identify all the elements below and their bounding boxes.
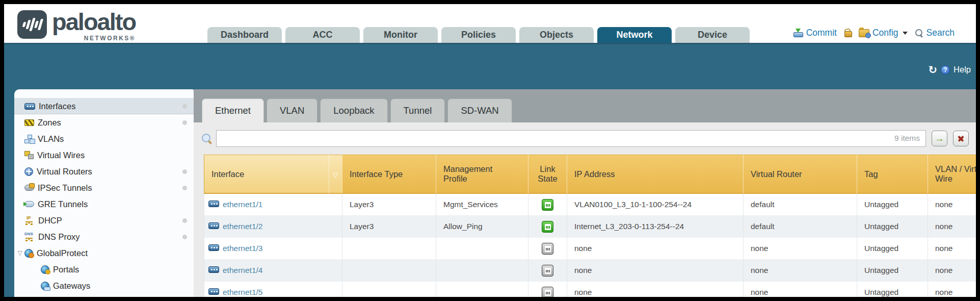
apply-filter-button[interactable] [932, 131, 947, 146]
tag-cell: Untagged [857, 194, 928, 216]
tab-sd-wan[interactable]: SD-WAN [447, 98, 512, 122]
nav-tab-policies[interactable]: Policies [441, 27, 516, 43]
interface-link[interactable]: ethernet1/1 [223, 200, 262, 209]
status-dot [182, 235, 187, 239]
vlan-virtual-wire-cell: none [928, 260, 976, 282]
sidebar-item-interfaces[interactable]: ▽ Interfaces [14, 98, 194, 114]
commit-button[interactable]: Commit [793, 28, 837, 38]
column-header-type[interactable]: Interface Type [342, 155, 436, 194]
tab-vlan[interactable]: VLAN [267, 98, 317, 122]
link-state-cell [528, 260, 567, 282]
sidebar-item-dns-proxy[interactable]: ▽ DNS Proxy [14, 229, 194, 245]
sidebar-item-zones[interactable]: ▽ Zones [14, 114, 194, 131]
red-x-icon [957, 135, 965, 142]
tag-cell: Untagged [857, 238, 928, 260]
help-label[interactable]: Help [953, 65, 971, 74]
ethernet-interface-icon [208, 288, 219, 295]
vlan-virtual-wire-cell: none [928, 238, 976, 260]
header-actions: Commit Config Search [793, 28, 955, 38]
content-pane: EthernetVLANLoopbackTunnelSD-WAN 9 items [194, 89, 976, 297]
sidebar-item-virtual-routers[interactable]: ▽ Virtual Routers [14, 163, 194, 180]
interface-link[interactable]: ethernet1/4 [223, 266, 262, 274]
filter-search-icon[interactable] [202, 134, 212, 144]
gre-tunnels-icon [24, 201, 34, 207]
nav-tab-dashboard[interactable]: Dashboard [207, 27, 282, 43]
column-header-ip[interactable]: IP Address [567, 155, 743, 194]
search-button[interactable]: Search [915, 28, 955, 38]
interface-link[interactable]: ethernet1/2 [223, 222, 262, 231]
config-icon [859, 29, 869, 37]
table-row-ethernet1-1[interactable]: ethernet1/1Layer3Mgmt_ServicesVLAN0100_L… [204, 194, 976, 216]
column-header-tag[interactable]: Tag [857, 155, 928, 194]
link-state-down-icon [542, 287, 553, 297]
tab-tunnel[interactable]: Tunnel [390, 98, 445, 122]
interfaces-icon [24, 103, 35, 110]
interface-cell: ethernet1/3 [204, 238, 342, 260]
nav-tab-network[interactable]: Network [597, 27, 672, 43]
link-state-up-icon [542, 199, 553, 211]
interface-link[interactable]: ethernet1/5 [223, 288, 262, 296]
virtual-router-cell: none [743, 282, 857, 297]
content-body: 9 items InterfaceInterface TypeManagemen… [194, 122, 976, 297]
sidebar-item-label: Virtual Wires [37, 150, 85, 160]
column-header-vlan[interactable]: VLAN / VirtualWire [928, 155, 976, 194]
link-state-cell [528, 238, 567, 260]
interfaces-table-wrap: InterfaceInterface TypeManagementProfile… [204, 155, 976, 297]
search-icon [915, 29, 923, 37]
paloalto-logo-icon [17, 10, 47, 39]
zones-icon [24, 119, 34, 126]
sidebar-item-dhcp[interactable]: ▽ DHCP [14, 212, 194, 229]
link-state-cell [528, 194, 567, 216]
sidebar-item-portals[interactable]: ▽ Portals [14, 261, 194, 278]
column-menu-button[interactable] [329, 155, 342, 194]
config-menu-button[interactable]: Config [859, 28, 908, 38]
sidebar-item-ipsec-tunnels[interactable]: ▽ IPSec Tunnels [14, 180, 194, 196]
status-dot [182, 120, 187, 125]
nav-tab-monitor[interactable]: Monitor [363, 27, 438, 43]
column-header-link[interactable]: LinkState [528, 155, 567, 194]
table-row-ethernet1-3[interactable]: ethernet1/3nonenoneUntaggednone [204, 238, 976, 260]
sidebar-item-label: Virtual Routers [37, 167, 92, 177]
interface-link[interactable]: ethernet1/3 [223, 244, 262, 253]
help-icon[interactable]: ? [941, 65, 950, 74]
column-header-interface[interactable]: Interface [204, 155, 329, 194]
table-row-ethernet1-4[interactable]: ethernet1/4nonenoneUntaggednone [204, 260, 976, 282]
sidebar-item-label: IPSec Tunnels [38, 183, 92, 193]
globalprotect-icon [24, 249, 33, 258]
column-header-vr[interactable]: Virtual Router [743, 155, 857, 194]
sidebar-item-gre-tunnels[interactable]: ▽ GRE Tunnels [14, 196, 194, 212]
link-state-up-icon [542, 221, 553, 233]
expander-triangle-icon[interactable]: ▽ [16, 249, 23, 257]
tab-ethernet[interactable]: Ethernet [202, 98, 264, 122]
commit-icon [793, 29, 803, 37]
sidebar-item-virtual-wires[interactable]: ▽ Virtual Wires [14, 147, 194, 163]
management-profile-cell [436, 282, 528, 297]
interfaces-table: InterfaceInterface TypeManagementProfile… [204, 155, 976, 297]
commit-label: Commit [806, 28, 837, 38]
sidebar-item-gateways[interactable]: ▽ Gateways [14, 278, 194, 294]
tab-loopback[interactable]: Loopback [320, 98, 387, 122]
nav-tab-objects[interactable]: Objects [519, 27, 594, 43]
virtual-router-cell: none [743, 238, 857, 260]
clear-filter-button[interactable] [953, 131, 969, 146]
virtual-router-cell: default [743, 194, 857, 216]
lock-icon[interactable] [844, 29, 852, 37]
filter-input[interactable] [216, 130, 926, 147]
nav-tab-device[interactable]: Device [675, 27, 750, 43]
sidebar-item-label: Zones [38, 118, 61, 128]
ethernet-interface-icon [208, 222, 219, 229]
management-profile-cell: Mgmt_Services [436, 194, 528, 216]
column-header-profile[interactable]: ManagementProfile [436, 155, 528, 194]
sidebar-item-vlans[interactable]: ▽ VLANs [14, 131, 194, 147]
green-arrow-icon [935, 134, 944, 143]
app-window: paloalto NETWORKS® DashboardACCMonitorPo… [4, 4, 976, 297]
interface-type-cell [342, 238, 436, 260]
table-row-ethernet1-2[interactable]: ethernet1/2Layer3Allow_PingInternet_L3_2… [204, 216, 976, 238]
sidebar-item-globalprotect[interactable]: ▽ GlobalProtect [14, 245, 194, 261]
table-row-ethernet1-5[interactable]: ethernet1/5nonenoneUntaggednone [204, 282, 976, 297]
items-count: 9 items [894, 134, 920, 143]
interface-cell: ethernet1/5 [204, 282, 342, 297]
column-dropdown-icon [333, 171, 338, 179]
refresh-icon[interactable] [928, 65, 937, 74]
nav-tab-acc[interactable]: ACC [285, 27, 360, 43]
